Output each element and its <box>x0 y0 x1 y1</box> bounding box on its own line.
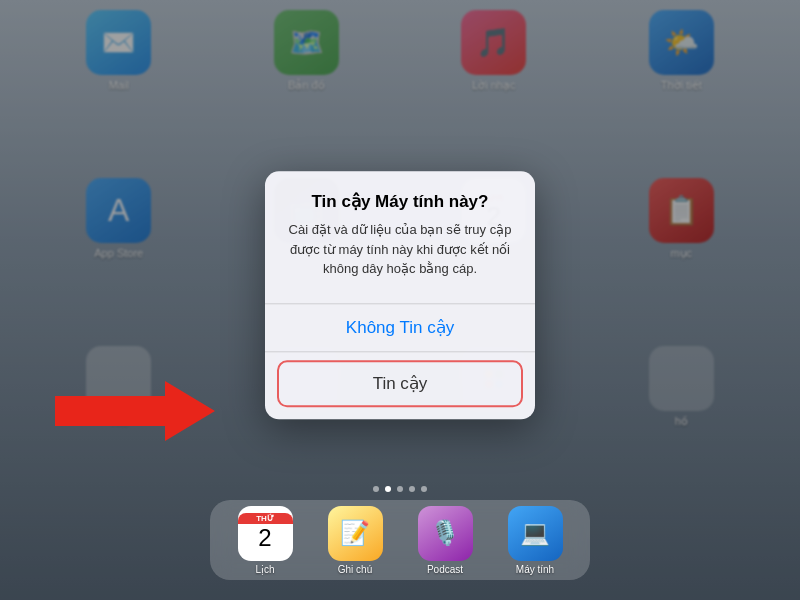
dock-calendar-icon: THỨ 2 <box>238 506 293 561</box>
dock-calendar-label: Lịch <box>255 564 274 575</box>
dot-1 <box>373 486 379 492</box>
trust-button[interactable]: Tin cậy <box>277 360 523 407</box>
dock-notes-icon: 📝 <box>328 506 383 561</box>
dock-podcast-icon: 🎙️ <box>418 506 473 561</box>
dock-podcast[interactable]: 🎙️ Podcast <box>418 506 473 575</box>
dock-calendar[interactable]: THỨ 2 Lịch <box>238 506 293 575</box>
trust-dialog: Tin cậy Máy tính này? Cài đặt và dữ liệu… <box>265 171 535 418</box>
dialog-title: Tin cậy Máy tính này? <box>281 191 519 212</box>
page-dots <box>373 486 427 492</box>
dock-podcast-label: Podcast <box>427 564 463 575</box>
red-arrow <box>55 381 215 445</box>
dialog-message: Cài đặt và dữ liệu của bạn sẽ truy cập đ… <box>281 220 519 278</box>
dialog-content: Tin cậy Máy tính này? Cài đặt và dữ liệu… <box>265 171 535 286</box>
dock-computer[interactable]: 💻 Máy tính <box>508 506 563 575</box>
trust-button-wrapper: Tin cậy <box>265 352 535 419</box>
dot-4 <box>409 486 415 492</box>
arrow-svg <box>55 381 215 441</box>
dock-notes-label: Ghi chú <box>338 564 372 575</box>
distrust-button[interactable]: Không Tin cậy <box>265 304 535 351</box>
dock: THỨ 2 Lịch 📝 Ghi chú 🎙️ Podcast 💻 Máy tí… <box>210 500 590 580</box>
dock-computer-icon: 💻 <box>508 506 563 561</box>
dot-5 <box>421 486 427 492</box>
dot-3 <box>397 486 403 492</box>
dock-notes[interactable]: 📝 Ghi chú <box>328 506 383 575</box>
dock-computer-label: Máy tính <box>516 564 554 575</box>
dot-2-active <box>385 486 391 492</box>
svg-marker-0 <box>55 381 215 441</box>
